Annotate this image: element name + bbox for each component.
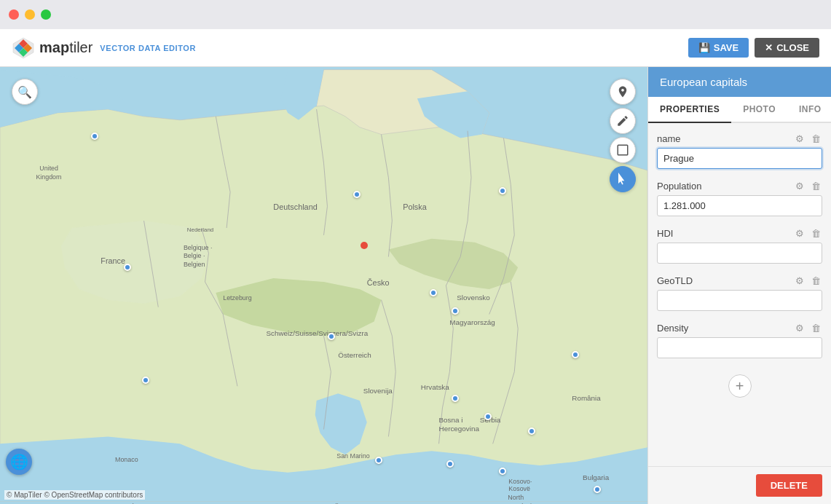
field-input-name[interactable] bbox=[657, 148, 822, 169]
svg-text:Schweiz/Suisse/Svizzera/Svizra: Schweiz/Suisse/Svizzera/Svizra bbox=[266, 329, 368, 337]
header-actions: 💾 SAVE ✕ CLOSE bbox=[688, 38, 819, 58]
close-label: CLOSE bbox=[776, 42, 809, 53]
map-background: France Deutschland Belgique · Belgie · B… bbox=[0, 67, 647, 504]
capital-marker-4[interactable] bbox=[430, 289, 437, 296]
globe-icon: 🌐 bbox=[10, 453, 28, 470]
capital-marker-7[interactable] bbox=[572, 351, 579, 358]
field-label: Population bbox=[657, 181, 701, 192]
save-icon: 💾 bbox=[698, 42, 710, 53]
field-group-hdi: HDI ⚙ 🗑 bbox=[657, 227, 822, 264]
field-settings-button[interactable]: ⚙ bbox=[793, 227, 806, 240]
panel-footer: DELETE bbox=[648, 466, 831, 504]
capital-marker-5[interactable] bbox=[452, 307, 459, 315]
field-delete-button[interactable]: 🗑 bbox=[809, 227, 822, 240]
svg-rect-36 bbox=[618, 145, 628, 155]
capital-marker-10[interactable] bbox=[528, 428, 535, 435]
tab-photo[interactable]: PHOTO bbox=[731, 97, 787, 123]
capital-marker-2[interactable] bbox=[499, 187, 506, 194]
capital-marker-6[interactable] bbox=[328, 333, 335, 340]
svg-text:Bosna i: Bosna i bbox=[439, 416, 463, 424]
svg-text:Magyarország: Magyarország bbox=[449, 318, 495, 326]
close-x-icon: ✕ bbox=[765, 42, 773, 53]
capital-marker-0[interactable] bbox=[91, 133, 98, 140]
capital-marker-9[interactable] bbox=[484, 413, 492, 420]
tab-info[interactable]: INFO bbox=[787, 97, 831, 123]
select-area-button[interactable] bbox=[610, 137, 636, 163]
field-delete-button[interactable]: 🗑 bbox=[809, 274, 822, 287]
map-attribution: © MapTiler © OpenStreetMap contributors bbox=[4, 490, 145, 500]
tab-properties[interactable]: PROPERTIES bbox=[648, 97, 731, 123]
svg-text:Kingdom: Kingdom bbox=[36, 173, 61, 181]
globe-button[interactable]: 🌐 bbox=[6, 449, 32, 475]
svg-text:Polska: Polska bbox=[403, 202, 428, 211]
field-delete-button[interactable]: 🗑 bbox=[809, 179, 822, 192]
field-settings-button[interactable]: ⚙ bbox=[793, 132, 806, 145]
location-pin-button[interactable] bbox=[610, 79, 636, 105]
field-group-geotld: GeoTLD ⚙ 🗑 bbox=[657, 274, 822, 311]
close-editor-button[interactable]: ✕ CLOSE bbox=[755, 38, 819, 58]
field-actions: ⚙ 🗑 bbox=[793, 132, 822, 145]
capital-marker-1[interactable] bbox=[353, 191, 361, 198]
capital-marker-12[interactable] bbox=[499, 468, 506, 475]
capital-marker-3[interactable] bbox=[124, 264, 131, 271]
svg-text:North: North bbox=[508, 494, 524, 501]
svg-text:Österreich: Österreich bbox=[338, 351, 371, 359]
panel-tabs: PROPERTIES PHOTO INFO bbox=[648, 97, 831, 123]
cursor-button[interactable] bbox=[610, 166, 636, 192]
field-label: HDI bbox=[657, 228, 673, 239]
field-label-row: name ⚙ 🗑 bbox=[657, 132, 822, 145]
close-button[interactable] bbox=[9, 9, 19, 20]
svg-text:Česko: Česko bbox=[367, 278, 390, 287]
pen-button[interactable] bbox=[610, 108, 636, 134]
maximize-button[interactable] bbox=[41, 9, 51, 20]
prague-marker[interactable] bbox=[361, 242, 368, 249]
capital-marker-19[interactable] bbox=[142, 377, 149, 384]
capital-marker-14[interactable] bbox=[594, 486, 601, 493]
field-group-name: name ⚙ 🗑 bbox=[657, 132, 822, 169]
field-group-density: Density ⚙ 🗑 bbox=[657, 321, 822, 358]
svg-text:Hercegovina: Hercegovina bbox=[439, 425, 480, 433]
field-input-population[interactable] bbox=[657, 195, 822, 216]
pen-icon bbox=[616, 114, 629, 127]
field-label: Density bbox=[657, 323, 688, 334]
header: maptiler VECTOR DATA EDITOR 💾 SAVE ✕ CLO… bbox=[0, 29, 831, 67]
field-label-row: GeoTLD ⚙ 🗑 bbox=[657, 274, 822, 287]
map-area[interactable]: France Deutschland Belgique · Belgie · B… bbox=[0, 67, 647, 504]
capital-marker-11[interactable] bbox=[446, 460, 454, 468]
svg-text:France: France bbox=[101, 256, 125, 265]
field-input-geotld[interactable] bbox=[657, 290, 822, 311]
field-settings-button[interactable]: ⚙ bbox=[793, 179, 806, 192]
main-content: France Deutschland Belgique · Belgie · B… bbox=[0, 67, 831, 504]
minimize-button[interactable] bbox=[25, 9, 35, 20]
svg-text:Belgique ·: Belgique · bbox=[184, 244, 212, 251]
maptiler-logo bbox=[12, 36, 35, 60]
field-input-hdi[interactable] bbox=[657, 243, 822, 264]
select-area-icon bbox=[616, 143, 629, 157]
save-button[interactable]: 💾 SAVE bbox=[688, 38, 749, 58]
field-delete-button[interactable]: 🗑 bbox=[809, 321, 822, 334]
cursor-icon bbox=[616, 173, 629, 186]
svg-text:Letzeburg: Letzeburg bbox=[223, 294, 252, 302]
field-label-row: Population ⚙ 🗑 bbox=[657, 179, 822, 192]
svg-text:Slovenija: Slovenija bbox=[363, 387, 393, 395]
field-settings-button[interactable]: ⚙ bbox=[793, 321, 806, 334]
logo-area: maptiler VECTOR DATA EDITOR bbox=[12, 36, 196, 60]
field-group-population: Population ⚙ 🗑 bbox=[657, 179, 822, 216]
field-settings-button[interactable]: ⚙ bbox=[793, 274, 806, 287]
field-label-row: HDI ⚙ 🗑 bbox=[657, 227, 822, 240]
delete-button[interactable]: DELETE bbox=[756, 474, 822, 497]
field-delete-button[interactable]: 🗑 bbox=[809, 132, 822, 145]
capital-marker-8[interactable] bbox=[452, 395, 459, 402]
capital-marker-13[interactable] bbox=[375, 457, 382, 464]
svg-text:San Marino: San Marino bbox=[336, 452, 369, 460]
search-button[interactable]: 🔍 bbox=[12, 79, 38, 105]
svg-text:Bulgaria: Bulgaria bbox=[583, 473, 610, 481]
field-input-density[interactable] bbox=[657, 337, 822, 358]
properties-panel: European capitals PROPERTIES PHOTO INFO … bbox=[647, 67, 831, 504]
add-field-button[interactable]: + bbox=[728, 374, 752, 398]
field-actions: ⚙ 🗑 bbox=[793, 179, 822, 192]
logo-text: maptiler bbox=[39, 39, 92, 56]
svg-text:România: România bbox=[572, 394, 601, 402]
panel-title: European capitals bbox=[660, 76, 747, 88]
svg-text:Slovensko: Slovensko bbox=[457, 294, 490, 302]
